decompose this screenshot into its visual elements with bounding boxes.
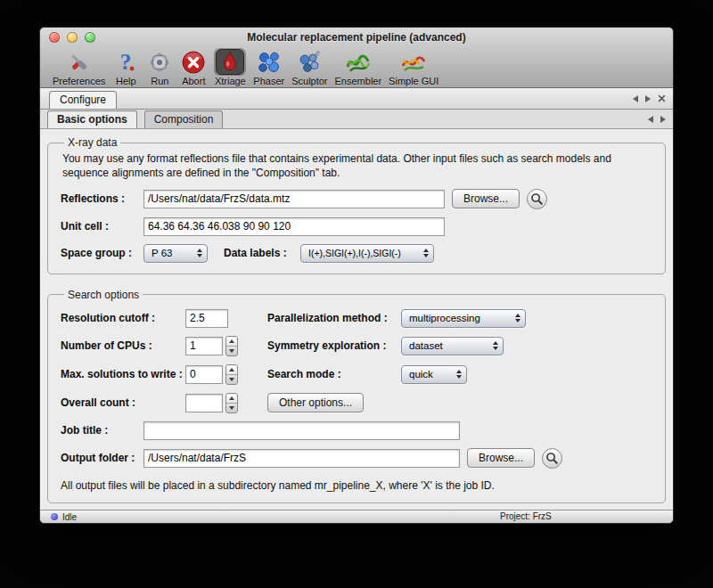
output-folder-input[interactable] (143, 449, 460, 468)
overall-count-stepper[interactable] (225, 393, 238, 413)
simple-gui-icon (400, 48, 427, 76)
symmetry-value: dataset (409, 340, 443, 351)
window-header: Molecular replacement pipeline (advanced… (40, 28, 673, 88)
toolbar-item-run[interactable]: Run (146, 48, 173, 86)
search-mode-popup[interactable]: quick (401, 365, 467, 384)
resolution-row: Resolution cutoff : Parallelization meth… (61, 309, 652, 328)
job-title-row: Job title : (61, 421, 652, 440)
search-options-group-title: Search options (64, 289, 143, 301)
content-panel: X-ray data You may use any format reflec… (40, 129, 673, 510)
toolbar-label: Abort (182, 76, 205, 86)
popup-arrows-icon (197, 249, 202, 257)
ensembler-icon (345, 48, 372, 76)
sculptor-icon (296, 48, 323, 76)
job-title-label: Job title : (61, 424, 143, 437)
parallelization-popup[interactable]: multiprocessing (401, 309, 526, 328)
toolbar-item-phaser[interactable]: Phaser (253, 48, 284, 86)
toolbar-item-help[interactable]: ? Help (112, 48, 139, 86)
xray-data-group: X-ray data You may use any format reflec… (47, 136, 666, 274)
reflections-label: Reflections : (61, 192, 143, 205)
output-folder-search-button[interactable] (542, 448, 562, 469)
toolbar-label: Xtriage (215, 76, 246, 86)
space-group-popup[interactable]: P 63 (143, 244, 208, 263)
cpus-row: Number of CPUs : Symmetry exploration : … (61, 336, 652, 356)
space-group-value: P 63 (152, 248, 172, 258)
reflections-search-button[interactable] (527, 189, 547, 209)
data-labels-popup[interactable]: I(+),SIGI(+),I(-),SIGI(-) (300, 244, 434, 263)
max-solutions-stepper[interactable] (225, 364, 238, 385)
max-solutions-label: Max. solutions to write : (61, 368, 185, 380)
popup-arrows-icon (493, 341, 498, 350)
search-options-group: Search options Resolution cutoff : Paral… (47, 289, 666, 503)
tab-scroll-right-icon[interactable] (645, 95, 651, 102)
search-mode-label: Search mode : (267, 368, 401, 380)
window-title: Molecular replacement pipeline (advanced… (247, 31, 465, 44)
num-cpus-stepper[interactable] (225, 336, 238, 356)
phaser-icon (256, 48, 283, 76)
popup-arrows-icon (515, 314, 520, 323)
output-folder-browse-button[interactable]: Browse... (467, 448, 535, 468)
unit-cell-input[interactable] (143, 217, 445, 236)
run-icon (146, 48, 173, 76)
max-solutions-input[interactable] (185, 365, 223, 384)
space-group-row: Space group : P 63 Data labels : I(+),SI… (61, 244, 652, 263)
search-mode-value: quick (409, 369, 433, 380)
subtab-scroll-right-icon[interactable] (660, 116, 666, 123)
close-window-button[interactable] (49, 32, 60, 43)
main-tab-strip-controls (633, 88, 666, 109)
output-folder-label: Output folder : (61, 452, 143, 464)
toolbar-item-sculptor[interactable]: Sculptor (291, 48, 327, 86)
status-indicator-icon (51, 513, 58, 520)
tab-composition[interactable]: Composition (144, 110, 224, 128)
subtab-scroll-left-icon[interactable] (648, 116, 653, 123)
tab-configure[interactable]: Configure (49, 91, 117, 109)
popup-arrows-icon (423, 249, 429, 257)
overall-count-row: Overall count : Other options... (61, 393, 652, 413)
job-title-input[interactable] (143, 421, 460, 440)
reflections-browse-button[interactable]: Browse... (452, 189, 520, 208)
status-bar: Idle Project: FrzS (40, 510, 673, 523)
minimize-window-button[interactable] (67, 32, 78, 43)
data-labels-label: Data labels : (224, 247, 300, 259)
toolbar-label: Sculptor (291, 76, 327, 86)
max-solutions-row: Max. solutions to write : Search mode : … (61, 364, 652, 385)
reflections-row: Reflections : Browse... (61, 189, 652, 209)
tab-basic-options[interactable]: Basic options (47, 110, 137, 128)
tab-close-icon[interactable] (658, 94, 666, 102)
output-folder-row: Output folder : Browse... (61, 448, 652, 469)
status-text: Idle (62, 512, 77, 522)
resolution-cutoff-label: Resolution cutoff : (61, 312, 185, 324)
overall-count-label: Overall count : (61, 396, 185, 409)
other-options-button[interactable]: Other options... (267, 393, 364, 412)
symmetry-popup[interactable]: dataset (401, 337, 504, 355)
toolbar-item-simple-gui[interactable]: Simple GUI (389, 48, 438, 86)
sub-tab-strip: Basic options Composition (40, 110, 673, 129)
num-cpus-label: Number of CPUs : (61, 339, 185, 352)
xtriage-icon (214, 48, 246, 76)
parallelization-label: Parallelization method : (267, 312, 401, 324)
toolbar-item-ensembler[interactable]: Ensembler (335, 48, 382, 86)
toolbar-item-preferences[interactable]: Preferences (53, 48, 105, 86)
toolbar-label: Simple GUI (389, 76, 438, 86)
toolbar-label: Help (116, 76, 136, 86)
unit-cell-row: Unit cell : (61, 217, 652, 236)
reflections-input[interactable] (143, 190, 445, 208)
tab-scroll-left-icon[interactable] (633, 95, 638, 102)
svg-text:?: ? (120, 49, 132, 75)
toolbar-item-xtriage[interactable]: Xtriage (214, 48, 246, 86)
app-window: Molecular replacement pipeline (advanced… (39, 27, 674, 524)
symmetry-label: Symmetry exploration : (267, 339, 401, 352)
abort-icon (180, 48, 207, 76)
num-cpus-input[interactable] (185, 337, 223, 355)
toolbar-item-abort[interactable]: Abort (180, 48, 207, 86)
parallelization-value: multiprocessing (409, 313, 480, 323)
resolution-cutoff-input[interactable] (185, 309, 228, 328)
project-label: Project: FrzS (500, 511, 552, 521)
xray-data-group-title: X-ray data (64, 136, 120, 149)
toolbar-label: Run (151, 76, 168, 86)
main-tab-strip: Configure (40, 88, 673, 110)
output-note: All output files will be placed in a sub… (61, 479, 652, 492)
zoom-window-button[interactable] (85, 32, 95, 43)
overall-count-input[interactable] (185, 394, 223, 412)
preferences-icon (66, 48, 93, 76)
